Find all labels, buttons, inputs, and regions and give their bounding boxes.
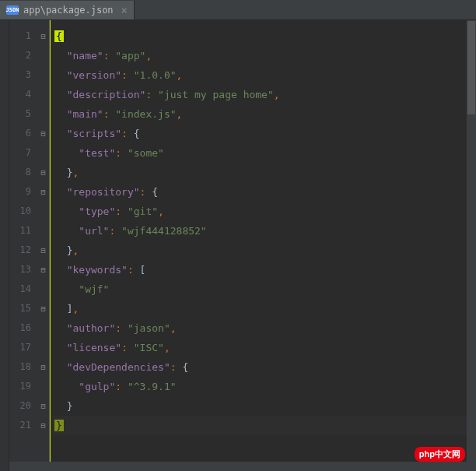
left-margin — [0, 20, 9, 471]
line-number[interactable]: 6 — [9, 124, 31, 143]
json-file-icon: JSON — [6, 5, 19, 15]
editor[interactable]: 1 2 3 4 5 6 7 8 9 10 11 12 13 14 15 16 1… — [0, 20, 476, 471]
code-content[interactable]: { "name": "app", "version": "1.0.0", "de… — [53, 20, 476, 471]
line-number[interactable]: 20 — [9, 396, 31, 416]
line-number[interactable]: 8 — [9, 163, 31, 182]
line-number[interactable]: 2 — [9, 46, 31, 65]
line-number[interactable]: 17 — [9, 338, 31, 357]
line-number[interactable]: 9 — [9, 182, 31, 202]
line-number[interactable]: 3 — [9, 65, 31, 85]
tab-title: app\package.json — [23, 5, 114, 16]
line-number[interactable]: 18 — [9, 357, 31, 377]
brace-highlight: { — [54, 30, 64, 42]
vertical-scrollbar[interactable] — [467, 20, 476, 471]
fold-toggle-icon[interactable]: ⊟ — [37, 357, 49, 377]
fold-toggle-icon[interactable]: ⊟ — [37, 396, 49, 416]
fold-toggle-icon[interactable]: ⊟ — [37, 26, 49, 46]
line-number[interactable]: 1 — [9, 26, 31, 46]
fold-toggle-icon[interactable]: ⊟ — [37, 163, 49, 182]
line-number[interactable]: 21 — [9, 416, 31, 435]
fold-toggle-icon[interactable]: ⊟ — [37, 182, 49, 202]
line-number[interactable]: 12 — [9, 241, 31, 260]
line-number[interactable]: 14 — [9, 279, 31, 299]
watermark-badge: php中文网 — [415, 447, 465, 462]
line-number[interactable]: 16 — [9, 318, 31, 338]
line-number[interactable]: 19 — [9, 377, 31, 396]
tab-bar: JSON app\package.json × — [0, 0, 476, 20]
file-tab[interactable]: JSON app\package.json × — [0, 1, 135, 19]
current-line-highlight — [53, 416, 476, 435]
line-number[interactable]: 10 — [9, 202, 31, 221]
line-number[interactable]: 4 — [9, 85, 31, 104]
line-number[interactable]: 5 — [9, 104, 31, 124]
line-number[interactable]: 7 — [9, 143, 31, 163]
fold-toggle-icon[interactable]: ⊟ — [37, 260, 49, 279]
scrollbar-thumb[interactable] — [467, 21, 475, 114]
close-icon[interactable]: × — [121, 4, 128, 16]
line-number[interactable]: 15 — [9, 299, 31, 318]
fold-toggle-icon[interactable]: ⊟ — [37, 124, 49, 143]
line-number-gutter: 1 2 3 4 5 6 7 8 9 10 11 12 13 14 15 16 1… — [9, 20, 37, 471]
fold-toggle-icon[interactable]: ⊟ — [37, 416, 49, 435]
fold-toggle-icon[interactable]: ⊟ — [37, 241, 49, 260]
line-number[interactable]: 13 — [9, 260, 31, 279]
line-number[interactable]: 11 — [9, 221, 31, 241]
horizontal-scrollbar[interactable] — [9, 462, 467, 471]
fold-gutter: ⊟ ⊟ ⊟ ⊟ ⊟ ⊟ ⊟ ⊟ ⊟ ⊟ — [37, 20, 50, 471]
fold-toggle-icon[interactable]: ⊟ — [37, 299, 49, 318]
